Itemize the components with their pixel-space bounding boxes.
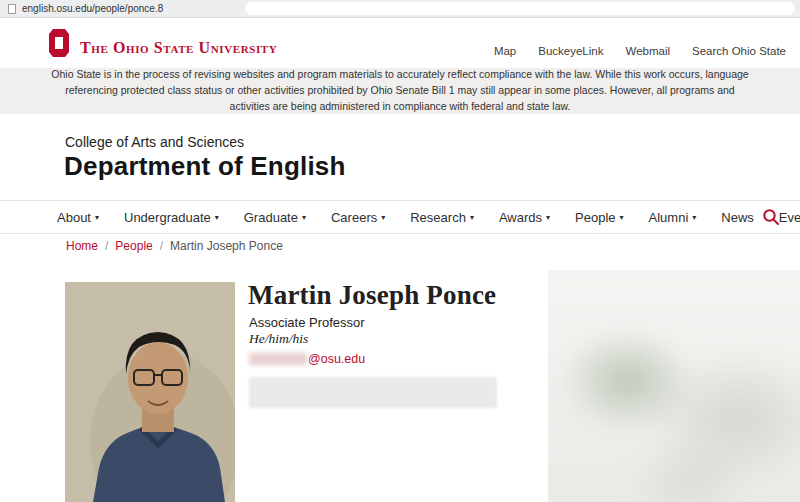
email-row: @osu.edu (249, 352, 365, 366)
breadcrumb-separator: / (160, 239, 163, 253)
chevron-down-icon (302, 213, 306, 222)
chevron-down-icon (692, 213, 696, 222)
chevron-down-icon (215, 213, 219, 222)
nav-item-people[interactable]: People (575, 210, 624, 225)
chevron-down-icon (546, 213, 550, 222)
breadcrumb-link-people[interactable]: People (115, 239, 152, 253)
nav-item-alumni[interactable]: Alumni (649, 210, 697, 225)
nav-item-label: Events (779, 210, 800, 225)
nav-item-events[interactable]: Events (779, 210, 800, 225)
osu-global-header: The Ohio State University Map BuckeyeLin… (0, 18, 800, 68)
compliance-notice-banner: Ohio State is in the process of revising… (0, 68, 800, 114)
nav-item-news[interactable]: News (721, 210, 754, 225)
nav-item-label: Alumni (649, 210, 689, 225)
department-title[interactable]: Department of English (64, 151, 346, 182)
nav-item-label: Graduate (244, 210, 298, 225)
profile-pronouns: He/him/his (249, 331, 308, 347)
nav-item-about[interactable]: About (57, 210, 99, 225)
university-wordmark[interactable]: The Ohio State University (80, 39, 277, 57)
page-icon (8, 4, 16, 14)
nav-item-label: People (575, 210, 615, 225)
search-icon (762, 208, 780, 226)
nav-item-careers[interactable]: Careers (331, 210, 385, 225)
chevron-down-icon (381, 213, 385, 222)
page: english.osu.edu/people/ponce.8 The Ohio … (0, 0, 800, 502)
nav-item-undergraduate[interactable]: Undergraduate (124, 210, 219, 225)
nav-item-label: Careers (331, 210, 377, 225)
profile-name: Martin Joseph Ponce (248, 280, 496, 311)
blurred-image (548, 270, 800, 502)
nav-item-graduate[interactable]: Graduate (244, 210, 306, 225)
browser-url-bar[interactable]: english.osu.edu/people/ponce.8 (0, 0, 800, 18)
osu-block-o-logo[interactable] (46, 28, 72, 62)
chevron-down-icon (95, 213, 99, 222)
person-portrait-image (65, 282, 235, 502)
nav-item-label: Awards (499, 210, 542, 225)
nav-item-label: Research (410, 210, 466, 225)
breadcrumb: Home / People / Martin Joseph Ponce (66, 239, 283, 253)
nav-item-label: News (721, 210, 754, 225)
compliance-notice-text: Ohio State is in the process of revising… (46, 67, 754, 114)
chevron-down-icon (470, 213, 474, 222)
header-links: Map BuckeyeLink Webmail Search Ohio Stat… (494, 45, 786, 57)
email-redacted-blur (249, 353, 307, 365)
profile-media-blur (548, 270, 800, 502)
nav-item-awards[interactable]: Awards (499, 210, 550, 225)
header-link-search-ohio-state[interactable]: Search Ohio State (692, 45, 786, 57)
email-link[interactable]: @osu.edu (308, 352, 365, 366)
main-nav: About Undergraduate Graduate Careers Res… (0, 200, 800, 234)
breadcrumb-separator: / (105, 239, 108, 253)
nav-item-research[interactable]: Research (410, 210, 474, 225)
breadcrumb-link-home[interactable]: Home (66, 239, 98, 253)
college-link[interactable]: College of Arts and Sciences (65, 134, 244, 150)
breadcrumb-current: Martin Joseph Ponce (170, 239, 283, 253)
search-button[interactable] (762, 208, 780, 226)
contact-redacted-block (249, 377, 497, 408)
block-o-icon (46, 28, 72, 58)
nav-item-label: Undergraduate (124, 210, 211, 225)
url-text[interactable]: english.osu.edu/people/ponce.8 (22, 3, 163, 14)
profile-photo (65, 282, 235, 502)
header-link-buckeyelink[interactable]: BuckeyeLink (538, 45, 603, 57)
profile-title: Associate Professor (249, 315, 365, 330)
header-link-webmail[interactable]: Webmail (625, 45, 670, 57)
chevron-down-icon (620, 213, 624, 222)
header-link-map[interactable]: Map (494, 45, 516, 57)
address-input[interactable] (245, 2, 795, 15)
nav-item-label: About (57, 210, 91, 225)
